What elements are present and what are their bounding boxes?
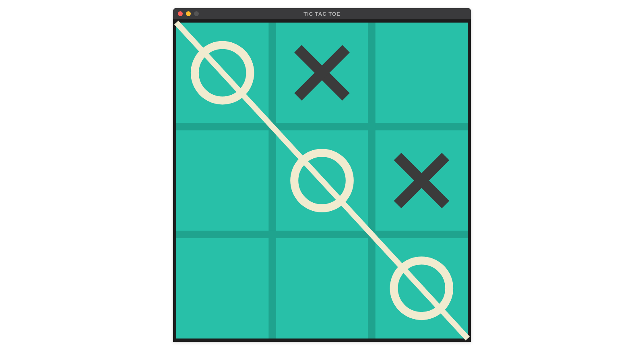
close-icon[interactable] [178, 11, 183, 16]
svg-rect-3 [368, 23, 376, 339]
cell-2-1[interactable] [276, 238, 368, 339]
cell-1-0[interactable] [176, 130, 268, 231]
cell-0-2[interactable] [376, 23, 468, 123]
cell-2-0[interactable] [176, 238, 268, 339]
svg-rect-1 [268, 23, 276, 339]
maximize-icon[interactable] [194, 11, 199, 16]
app-window: TIC TAC TOE [173, 8, 471, 342]
svg-rect-4 [176, 231, 468, 238]
svg-rect-2 [176, 123, 468, 130]
minimize-icon[interactable] [186, 11, 191, 16]
game-board [173, 19, 471, 342]
board-canvas [173, 19, 471, 342]
window-title: TIC TAC TOE [173, 11, 471, 17]
window-controls [178, 11, 199, 16]
titlebar[interactable]: TIC TAC TOE [173, 8, 471, 19]
